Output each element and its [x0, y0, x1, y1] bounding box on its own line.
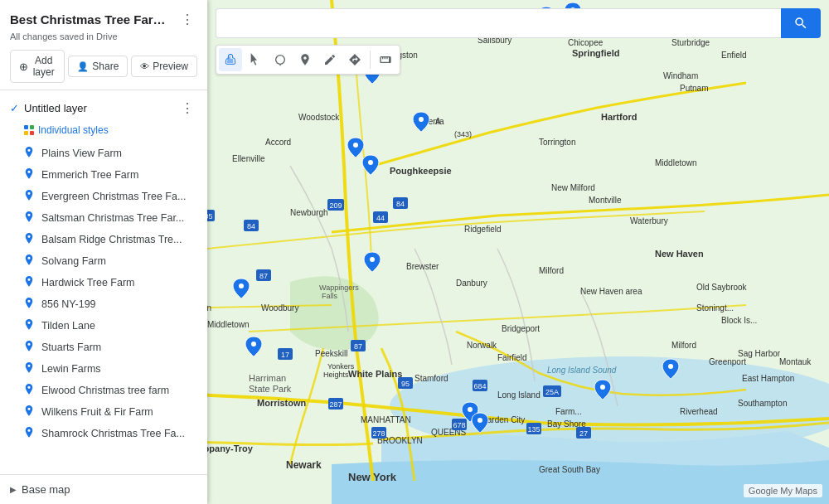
- svg-text:Sturbridge: Sturbridge: [671, 38, 710, 47]
- svg-text:684: 684: [473, 382, 486, 390]
- location-item[interactable]: Wilkens Fruit & Fir Farm: [0, 401, 207, 423]
- marker-tool-icon: [298, 53, 312, 66]
- location-label: Stuarts Farm: [41, 342, 101, 353]
- svg-text:Windham: Windham: [663, 71, 698, 80]
- location-item[interactable]: Hardwick Tree Farm: [0, 272, 207, 293]
- location-item[interactable]: Tilden Lane: [0, 315, 207, 337]
- location-item[interactable]: Solvang Farm: [0, 250, 207, 272]
- add-layer-icon: ⊕: [19, 61, 28, 73]
- svg-text:Stoningt...: Stoningt...: [696, 303, 734, 313]
- svg-point-120: [468, 407, 473, 412]
- location-label: Elwood Christmas tree farm: [41, 385, 169, 396]
- line-tool-button[interactable]: [318, 48, 342, 71]
- location-label: Hardwick Tree Farm: [41, 277, 135, 288]
- svg-text:White Plains: White Plains: [348, 369, 402, 379]
- svg-text:Waterbury: Waterbury: [630, 216, 668, 225]
- sidebar-header: Best Christmas Tree Farms in Ne... ⋮ All…: [0, 0, 207, 90]
- svg-text:Middletown: Middletown: [207, 320, 250, 329]
- location-item[interactable]: Plains View Farm: [0, 143, 207, 164]
- svg-text:New Haven: New Haven: [655, 249, 704, 259]
- preview-button[interactable]: 👁 Preview: [131, 56, 197, 77]
- cursor-tool-button[interactable]: [244, 48, 267, 71]
- location-item[interactable]: Emmerich Tree Farm: [0, 164, 207, 186]
- base-map-section[interactable]: ▶ Base map: [0, 474, 207, 504]
- svg-text:East Hampton: East Hampton: [742, 374, 794, 383]
- hand-tool-button[interactable]: [219, 48, 242, 71]
- svg-text:Long Island Sound: Long Island Sound: [547, 366, 617, 375]
- svg-text:87: 87: [259, 272, 268, 280]
- location-item[interactable]: Lewin Farms: [0, 358, 207, 380]
- svg-text:Newburgh: Newburgh: [290, 208, 328, 217]
- location-label: Wilkens Fruit & Fir Farm: [41, 406, 153, 418]
- svg-text:Ellenville: Ellenville: [232, 154, 265, 163]
- action-buttons: ⊕ Add layer 👤 Share 👁 Preview: [10, 50, 197, 83]
- svg-text:Morristown: Morristown: [257, 398, 307, 408]
- lasso-tool-icon: [274, 53, 287, 66]
- pin-icon: [23, 405, 35, 419]
- svg-text:84: 84: [396, 200, 405, 208]
- location-item[interactable]: Balsam Ridge Christmas Tre...: [0, 229, 207, 250]
- add-layer-button[interactable]: ⊕ Add layer: [10, 50, 65, 83]
- location-label: Lewin Farms: [41, 363, 101, 375]
- measure-tool-button[interactable]: [374, 48, 397, 71]
- toolbar: [216, 45, 400, 75]
- location-item[interactable]: Evergreen Christmas Tree Fa...: [0, 186, 207, 207]
- individual-styles-link[interactable]: Individual styles: [0, 123, 207, 143]
- pin-icon: [23, 211, 35, 225]
- map-title: Best Christmas Tree Farms in Ne...: [10, 12, 176, 27]
- svg-text:Chicopee: Chicopee: [568, 38, 604, 47]
- svg-text:Bridgeport: Bridgeport: [502, 324, 540, 333]
- cursor-tool-icon: [249, 53, 262, 66]
- pin-icon: [23, 276, 35, 289]
- svg-text:Woodbury: Woodbury: [261, 303, 298, 313]
- title-row: Best Christmas Tree Farms in Ne... ⋮: [10, 10, 197, 29]
- location-label: Emmerich Tree Farm: [41, 169, 138, 181]
- pin-icon: [23, 362, 35, 376]
- svg-text:Montauk: Montauk: [779, 357, 812, 366]
- svg-text:44: 44: [376, 214, 385, 222]
- search-button[interactable]: [781, 8, 821, 38]
- search-icon: [793, 16, 808, 31]
- sidebar: Best Christmas Tree Farms in Ne... ⋮ All…: [0, 0, 207, 504]
- svg-text:New Milford: New Milford: [551, 183, 595, 192]
- svg-text:Brewster: Brewster: [406, 262, 439, 271]
- search-input[interactable]: [216, 8, 781, 38]
- svg-rect-128: [24, 131, 28, 135]
- layer-more-icon[interactable]: ⋮: [177, 99, 197, 118]
- more-options-icon[interactable]: ⋮: [177, 10, 197, 29]
- svg-text:27: 27: [579, 429, 588, 438]
- lasso-tool-button[interactable]: [269, 48, 292, 71]
- line-tool-icon: [323, 53, 337, 66]
- svg-text:Harriman: Harriman: [249, 373, 286, 383]
- layer-name: Untitled layer: [24, 102, 87, 114]
- svg-text:MANHATTAN: MANHATTAN: [361, 415, 411, 424]
- svg-text:87: 87: [354, 342, 362, 351]
- location-item[interactable]: Saltsman Christmas Tree Far...: [0, 207, 207, 229]
- location-item[interactable]: Elwood Christmas tree farm: [0, 380, 207, 401]
- svg-text:Old Saybrook: Old Saybrook: [696, 283, 748, 292]
- svg-text:Hartford: Hartford: [601, 112, 637, 122]
- svg-text:Ridgefield: Ridgefield: [464, 225, 501, 234]
- svg-text:Stamford: Stamford: [414, 374, 448, 383]
- svg-text:17: 17: [281, 351, 289, 359]
- location-label: Solvang Farm: [41, 255, 106, 267]
- svg-point-116: [419, 117, 424, 122]
- location-label: Saltsman Christmas Tree Far...: [41, 212, 184, 224]
- preview-icon: 👁: [140, 61, 149, 71]
- location-item[interactable]: Shamrock Christmas Tree Fa...: [0, 423, 207, 444]
- directions-tool-icon: [348, 53, 361, 66]
- marker-tool-button[interactable]: [293, 48, 317, 71]
- location-item[interactable]: Stuarts Farm: [0, 337, 207, 358]
- base-map-label: Base map: [22, 483, 70, 496]
- svg-text:Norwalk: Norwalk: [467, 341, 497, 350]
- styles-label: Individual styles: [38, 124, 109, 136]
- top-bar: [216, 8, 821, 38]
- share-button[interactable]: 👤 Share: [68, 56, 128, 77]
- hand-tool-icon: [224, 53, 237, 66]
- svg-text:287: 287: [329, 400, 342, 409]
- layer-check-icon[interactable]: ✓: [10, 102, 19, 114]
- location-item[interactable]: 856 NY-199: [0, 293, 207, 315]
- directions-tool-button[interactable]: [343, 48, 366, 71]
- svg-point-118: [370, 257, 375, 262]
- svg-text:Block Is...: Block Is...: [721, 316, 757, 325]
